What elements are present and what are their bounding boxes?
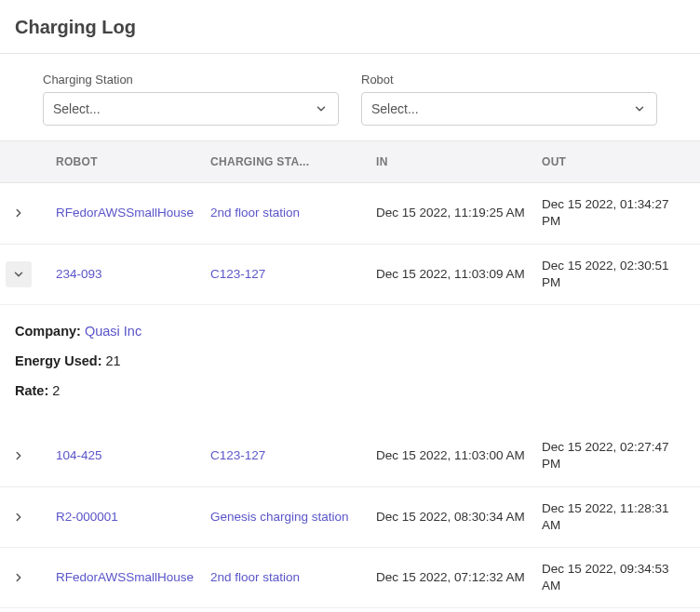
- robot-link[interactable]: 104-425: [56, 448, 102, 462]
- table-row: R2-000001 Genesis charging station Dec 1…: [0, 487, 700, 548]
- detail-company-link[interactable]: Quasi Inc: [85, 324, 141, 339]
- detail-company-label: Company:: [15, 324, 81, 339]
- col-in-header: IN: [369, 141, 534, 182]
- detail-energy-value: 21: [106, 353, 121, 368]
- row-detail: Company: Quasi Inc Energy Used: 21 Rate:…: [0, 305, 700, 426]
- filter-station-select[interactable]: Select...: [43, 92, 339, 126]
- in-time: Dec 15 2022, 11:03:00 AM: [369, 434, 534, 477]
- in-time: Dec 15 2022, 08:30:34 AM: [369, 496, 534, 539]
- col-out-header: OUT: [534, 141, 689, 182]
- col-robot-header: ROBOT: [37, 141, 203, 182]
- in-time: Dec 15 2022, 07:12:32 AM: [369, 556, 534, 599]
- expand-row-button[interactable]: [6, 565, 32, 591]
- col-station-header: CHARGING STA...: [203, 141, 369, 182]
- station-link[interactable]: Genesis charging station: [210, 510, 349, 524]
- table-row: RFedorAWSSmallHouse 2nd floor station De…: [0, 183, 700, 244]
- filter-station-placeholder: Select...: [53, 101, 101, 116]
- table-header: ROBOT CHARGING STA... IN OUT: [0, 140, 700, 183]
- out-time: Dec 15 2022, 02:27:47 PM: [534, 426, 689, 486]
- detail-energy-label: Energy Used:: [15, 353, 101, 368]
- expand-row-button[interactable]: [6, 200, 32, 226]
- robot-link[interactable]: 234-093: [56, 267, 102, 281]
- in-time: Dec 15 2022, 11:03:09 AM: [369, 253, 534, 296]
- expand-row-button[interactable]: [6, 504, 32, 530]
- robot-link[interactable]: R2-000001: [56, 510, 118, 524]
- table-footer: Show 5: [0, 608, 700, 612]
- log-table: ROBOT CHARGING STA... IN OUT RFedorAWSSm…: [0, 140, 700, 608]
- out-time: Dec 15 2022, 11:28:31 AM: [534, 487, 689, 547]
- table-row: RFedorAWSSmallHouse 2nd floor station De…: [0, 548, 700, 608]
- filter-station-label: Charging Station: [43, 73, 339, 86]
- station-link[interactable]: 2nd floor station: [210, 570, 300, 584]
- robot-link[interactable]: RFedorAWSSmallHouse: [56, 206, 194, 220]
- page-title: Charging Log: [15, 17, 685, 38]
- filters-row: Charging Station Select... Robot Select.…: [0, 54, 700, 140]
- table-row: 104-425 C123-127 Dec 15 2022, 11:03:00 A…: [0, 426, 700, 486]
- out-time: Dec 15 2022, 02:30:51 PM: [534, 245, 689, 304]
- detail-rate-label: Rate:: [15, 383, 48, 398]
- out-time: Dec 15 2022, 09:34:53 AM: [534, 548, 689, 607]
- chevron-down-icon: [632, 101, 647, 116]
- table-row: 234-093 C123-127 Dec 15 2022, 11:03:09 A…: [0, 245, 700, 305]
- expand-row-button[interactable]: [6, 261, 32, 287]
- filter-robot-placeholder: Select...: [371, 101, 419, 116]
- chevron-down-icon: [314, 101, 329, 116]
- filter-robot-select[interactable]: Select...: [361, 92, 657, 126]
- robot-link[interactable]: RFedorAWSSmallHouse: [56, 570, 194, 584]
- detail-rate-value: 2: [52, 383, 60, 398]
- in-time: Dec 15 2022, 11:19:25 AM: [369, 192, 534, 234]
- station-link[interactable]: C123-127: [210, 448, 265, 462]
- expand-row-button[interactable]: [6, 443, 32, 469]
- station-link[interactable]: 2nd floor station: [210, 206, 300, 220]
- out-time: Dec 15 2022, 01:34:27 PM: [534, 183, 689, 243]
- station-link[interactable]: C123-127: [210, 267, 265, 281]
- filter-robot-label: Robot: [361, 73, 657, 86]
- filter-station: Charging Station Select...: [43, 73, 339, 126]
- filter-robot: Robot Select...: [361, 73, 657, 126]
